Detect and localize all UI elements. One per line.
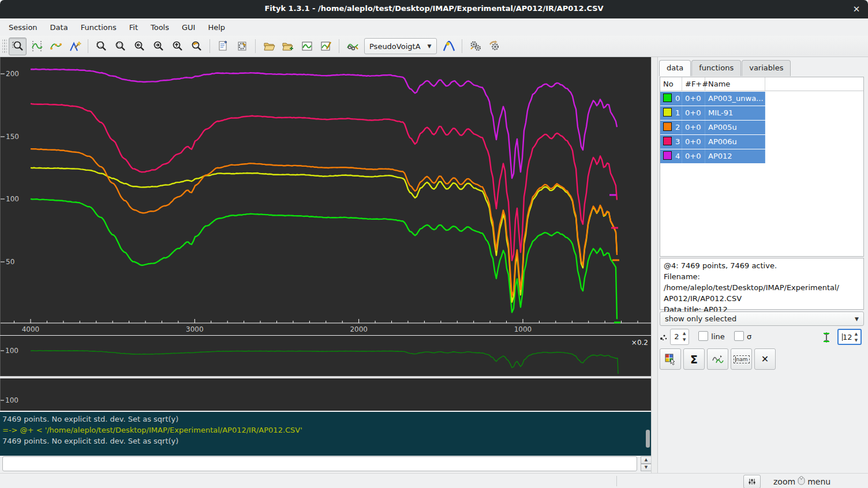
line-checkbox[interactable] (698, 331, 708, 341)
command-input[interactable] (2, 456, 637, 471)
menu-gui[interactable]: GUI (175, 21, 201, 34)
titlebar: Fityk 1.3.1 - /home/aleplo/test/Desktop/… (0, 0, 868, 19)
statusbar: zoom menu (0, 473, 868, 488)
dataset-info-box: @4: 7469 points, 7469 active. Filename: … (660, 258, 864, 310)
curve-points-icon (50, 40, 62, 52)
aux-plot-2[interactable]: 100 (0, 378, 652, 411)
data-table[interactable]: No #F+# Name 00+0AP003_unwa...10+0MIL-91… (660, 77, 864, 257)
edit-plot-button[interactable] (317, 37, 335, 55)
menu-functions[interactable]: Functions (74, 21, 123, 34)
menu-help[interactable]: Help (201, 21, 231, 34)
statusbar-separator (616, 476, 617, 486)
copy-function-button[interactable] (707, 348, 728, 370)
aux-plot-1[interactable]: 100×0.2 (0, 336, 652, 376)
svg-text:1000: 1000 (514, 325, 532, 333)
column-header-no: No (660, 77, 682, 91)
zoom-right-button[interactable] (149, 37, 167, 55)
magnifier-right-icon (152, 40, 165, 52)
gears-icon (469, 40, 482, 52)
rename-button[interactable]: nam (731, 348, 752, 370)
point-size-icon (660, 333, 668, 341)
menu-tools[interactable]: Tools (144, 21, 175, 34)
menubar: Session Data Functions Fit Tools GUI Hel… (0, 18, 868, 36)
history-down-icon[interactable]: ▼ (641, 464, 652, 471)
dataset-color-swatch[interactable] (663, 93, 672, 102)
dataset-color-swatch[interactable] (663, 108, 672, 117)
menu-data[interactable]: Data (44, 21, 74, 34)
document-gear-icon (236, 40, 249, 52)
svg-text:100: 100 (5, 396, 18, 404)
table-row-MIL-91[interactable]: 10+0MIL-91 (660, 106, 863, 120)
point-size-spinner[interactable]: 2 ▲▼ (670, 329, 689, 345)
menu-fit[interactable]: Fit (123, 21, 144, 34)
tab-variables[interactable]: variables (742, 60, 791, 76)
table-row-AP012[interactable]: 40+0AP012 (660, 149, 863, 163)
svg-text:100: 100 (5, 347, 18, 355)
filter-value: show only selected (665, 314, 736, 323)
main-plot[interactable]: 400030002000100020015010050 (0, 57, 652, 335)
sum-button[interactable]: Σ (683, 348, 705, 370)
continue-fit-button[interactable] (485, 37, 503, 55)
sidebar: data functions variables No #F+# Name 00… (658, 57, 868, 473)
spinner-arrows[interactable]: ▲▼ (853, 331, 859, 344)
dataset-color-swatch[interactable] (663, 122, 672, 131)
zoom-mode-button[interactable] (9, 37, 27, 55)
svg-text:4000: 4000 (22, 325, 40, 333)
statusbar-config-button[interactable] (743, 475, 761, 488)
session-log-button[interactable] (214, 37, 232, 55)
command-history-spinner[interactable]: ▲ ▼ (641, 456, 652, 472)
plot-column: 400030002000100020015010050 100×0.2 100 … (0, 57, 651, 411)
panel-splitter[interactable] (651, 57, 658, 473)
data-transform-button[interactable] (343, 37, 361, 55)
dataset-colors-button[interactable] (660, 348, 681, 370)
delete-dataset-button[interactable]: ✕ (754, 348, 776, 370)
zoom-vertical-button[interactable] (169, 37, 186, 55)
shift-spinner[interactable]: 12 ▲▼ (837, 329, 862, 345)
save-plot-image-button[interactable] (298, 37, 316, 55)
add-function-button[interactable] (440, 37, 458, 55)
baseline-mode-button[interactable] (47, 37, 65, 55)
show-filter-dropdown[interactable]: show only selected ▼ (660, 311, 864, 326)
table-row-AP005u[interactable]: 20+0AP005u (660, 121, 863, 134)
run-fit-button[interactable] (466, 37, 484, 55)
sigma-checkbox[interactable] (734, 331, 744, 341)
svg-text:100: 100 (6, 195, 19, 203)
menu-session[interactable]: Session (2, 21, 44, 34)
shift-icon (822, 332, 830, 344)
tab-data[interactable]: data (659, 60, 691, 76)
column-header-name: Name (705, 77, 765, 91)
zoom-selected-button[interactable] (111, 37, 129, 55)
zoom-left-button[interactable] (130, 37, 148, 55)
zoom-all-button[interactable] (92, 37, 110, 55)
load-data-button[interactable] (260, 37, 278, 55)
function-type-combobox[interactable]: PseudoVoigtA ▼ (364, 38, 437, 54)
svg-text:2000: 2000 (350, 325, 368, 333)
magnifier-all-icon (95, 40, 108, 52)
aux-plot-separator (0, 376, 651, 378)
output-console[interactable]: 7469 points. No explicit std. dev. Set a… (0, 412, 651, 456)
display-controls: 2 ▲▼ line σ 12 ▲▼ (660, 329, 866, 347)
session-settings-button[interactable] (233, 37, 251, 55)
data-table-header: No #F+# Name (660, 77, 863, 91)
command-input-row: ▲ ▼ (0, 456, 651, 473)
zoom-undo-button[interactable] (188, 37, 205, 55)
point-size-value: 2 (671, 329, 680, 341)
gear-arrow-icon (488, 40, 502, 52)
curve-tools-icon (346, 40, 359, 52)
spinner-arrows[interactable]: ▲▼ (681, 331, 687, 343)
close-button[interactable]: ✕ (850, 2, 863, 16)
console-scrollbar[interactable] (646, 430, 650, 448)
table-row-AP003_unwa...[interactable]: 00+0AP003_unwa... (660, 92, 863, 106)
add-peak-mode-button[interactable] (66, 37, 84, 55)
append-data-button[interactable] (279, 37, 297, 55)
tab-functions[interactable]: functions (691, 60, 741, 76)
dataset-color-swatch[interactable] (663, 137, 672, 145)
dataset-color-swatch[interactable] (663, 151, 672, 160)
toolbar-separator (255, 39, 256, 53)
history-up-icon[interactable]: ▲ (641, 456, 652, 464)
sliders-icon (748, 478, 756, 485)
toolbar-gripper[interactable] (2, 39, 7, 54)
console-line: 7469 points. No explicit std. dev. Set a… (2, 436, 651, 446)
table-row-AP006u[interactable]: 30+0AP006u (660, 135, 863, 149)
data-range-mode-button[interactable] (28, 37, 46, 55)
